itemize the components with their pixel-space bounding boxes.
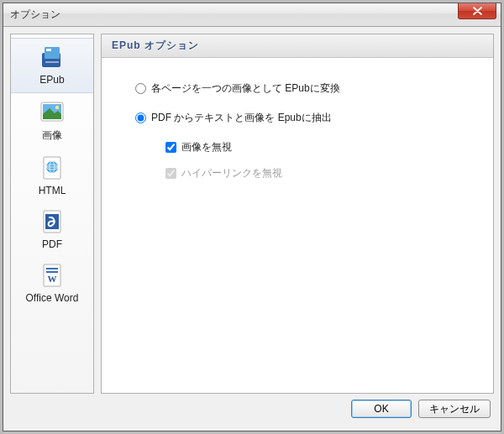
image-icon	[39, 98, 66, 125]
radio-label: 各ページを一つの画像として EPubに変換	[151, 81, 340, 96]
sidebar-item-label: EPub	[39, 74, 64, 86]
svg-rect-15	[46, 268, 58, 269]
svg-rect-2	[46, 49, 51, 51]
window-title: オプション	[10, 8, 60, 22]
checkbox-ignore-hyperlinks-input	[165, 168, 176, 179]
radio-each-page-as-image-input[interactable]	[135, 83, 146, 94]
sidebar-item-label: 画像	[42, 128, 62, 143]
sidebar-item-label: PDF	[42, 238, 62, 250]
checkbox-label: 画像を無視	[181, 140, 232, 154]
checkbox-ignore-images[interactable]: 画像を無視	[165, 140, 478, 154]
titlebar: オプション	[3, 3, 501, 27]
panel-title: EPub オプション	[102, 34, 493, 58]
html-icon	[39, 154, 66, 181]
sidebar-item-pdf[interactable]: PDF	[11, 203, 93, 257]
ok-button[interactable]: OK	[351, 400, 412, 418]
sidebar-item-epub[interactable]: EPub	[11, 38, 93, 93]
svg-point-6	[55, 106, 59, 109]
button-label: キャンセル	[429, 402, 480, 416]
pdf-icon	[39, 208, 66, 235]
sidebar-item-image[interactable]: 画像	[11, 93, 93, 149]
svg-rect-16	[46, 271, 58, 273]
radio-extract-text-images-input[interactable]	[135, 112, 146, 123]
close-button[interactable]	[458, 3, 496, 19]
sidebar-item-label: HTML	[39, 185, 66, 196]
checkbox-label: ハイパーリンクを無視	[181, 166, 282, 180]
radio-extract-text-images[interactable]: PDF からテキストと画像を Epubに抽出	[135, 111, 478, 125]
epub-icon	[39, 44, 66, 71]
svg-text:W: W	[48, 274, 57, 284]
options-dialog: オプション EPub	[3, 3, 501, 431]
checkbox-ignore-hyperlinks: ハイパーリンクを無視	[165, 166, 478, 180]
sidebar-item-label: Office Word	[26, 292, 79, 304]
word-icon: W	[39, 262, 66, 289]
dialog-buttons: OK キャンセル	[10, 394, 494, 424]
sidebar-item-word[interactable]: W Office Word	[11, 257, 93, 311]
radio-each-page-as-image[interactable]: 各ページを一つの画像として EPubに変換	[135, 81, 478, 96]
format-sidebar: EPub 画像	[10, 34, 94, 394]
sidebar-item-html[interactable]: HTML	[11, 149, 93, 203]
cancel-button[interactable]: キャンセル	[418, 400, 491, 418]
close-icon	[473, 7, 482, 15]
button-label: OK	[374, 403, 388, 415]
radio-label: PDF からテキストと画像を Epubに抽出	[151, 111, 332, 125]
svg-rect-3	[45, 61, 59, 63]
options-panel: EPub オプション 各ページを一つの画像として EPubに変換 PDF からテ…	[101, 34, 494, 394]
checkbox-ignore-images-input[interactable]	[165, 142, 176, 153]
